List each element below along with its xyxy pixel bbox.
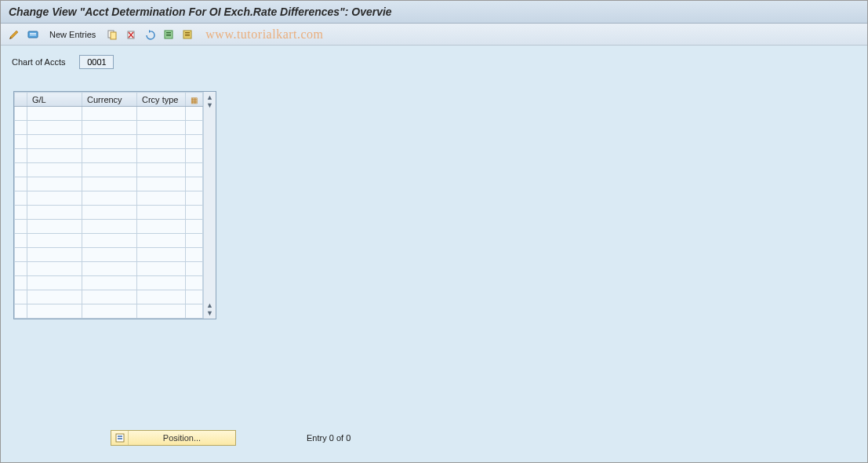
row-selector[interactable] [15,163,27,177]
row-selector[interactable] [15,262,27,276]
scroll-up-bottom-icon[interactable]: ▲ [206,301,213,309]
table-row [15,206,203,220]
cell-ctype[interactable] [137,177,186,191]
toolbar: New Entries www.tutorialkart.com [1,24,867,46]
cell-currency[interactable] [82,206,137,220]
row-selector[interactable] [15,220,27,234]
undo-icon[interactable] [143,27,157,42]
cell-ctype[interactable] [137,121,186,135]
scroll-up-icon[interactable]: ▲ [206,93,213,101]
deselect-all-icon[interactable] [180,27,194,42]
watermark-text: www.tutorialkart.com [205,27,323,42]
cell-currency[interactable] [82,177,137,191]
table-row [15,304,203,319]
row-selector[interactable] [15,206,27,220]
svg-rect-11 [166,35,171,36]
copy-icon[interactable] [105,27,119,42]
cell-ctype[interactable] [137,163,186,177]
row-selector[interactable] [15,177,27,191]
cell-gl[interactable] [27,290,82,304]
row-selector[interactable] [15,135,27,149]
svg-rect-17 [118,436,122,437]
cell-currency[interactable] [82,121,137,135]
chart-of-accts-value[interactable]: 0001 [79,55,114,69]
cell-currency[interactable] [82,135,137,149]
column-header-gl[interactable]: G/L [27,93,82,107]
cell-currency[interactable] [82,262,137,276]
row-selector[interactable] [15,149,27,163]
column-header-crcy-type[interactable]: Crcy type [137,93,186,107]
column-header-currency[interactable]: Currency [82,93,137,107]
table-row [15,276,203,290]
svg-rect-18 [118,438,122,439]
chart-of-accts-label: Chart of Accts [12,57,65,67]
cell-gl[interactable] [27,304,82,319]
cell-ctype[interactable] [137,135,186,149]
cell-currency[interactable] [82,234,137,248]
cell-currency[interactable] [82,191,137,206]
cell-currency[interactable] [82,276,137,290]
row-selector[interactable] [15,248,27,262]
cell-currency[interactable] [82,149,137,163]
position-icon [111,431,129,445]
configure-columns-button[interactable]: ▦ [186,93,203,107]
row-selector[interactable] [15,121,27,135]
cell-gl[interactable] [27,276,82,290]
vertical-scrollbar[interactable]: ▲ ▼ ▲ ▼ [203,92,216,319]
row-selector[interactable] [15,290,27,304]
cell-ctype[interactable] [137,206,186,220]
cell-gl[interactable] [27,135,82,149]
delete-icon[interactable] [124,27,138,42]
cell-padding [186,248,203,262]
cell-gl[interactable] [27,248,82,262]
select-all-rows-header[interactable] [15,93,27,107]
select-all-icon[interactable] [162,27,176,42]
cell-gl[interactable] [27,149,82,163]
cell-currency[interactable] [82,220,137,234]
cell-gl[interactable] [27,177,82,191]
new-entries-button[interactable]: New Entries [45,28,100,41]
cell-ctype[interactable] [137,248,186,262]
cell-ctype[interactable] [137,107,186,121]
cell-ctype[interactable] [137,149,186,163]
cell-gl[interactable] [27,107,82,121]
content-area: Chart of Accts 0001 G/L Currency Crcy ty… [1,46,867,463]
cell-gl[interactable] [27,220,82,234]
cell-gl[interactable] [27,206,82,220]
scroll-down-icon[interactable]: ▼ [206,101,213,109]
cell-currency[interactable] [82,248,137,262]
cell-ctype[interactable] [137,290,186,304]
cell-currency[interactable] [82,290,137,304]
toggle-display-change-icon[interactable] [7,27,21,42]
cell-gl[interactable] [27,262,82,276]
cell-ctype[interactable] [137,234,186,248]
cell-ctype[interactable] [137,304,186,319]
table-row [15,107,203,121]
position-button[interactable]: Position... [111,430,236,446]
page-title: Change View "Acct Determination For OI E… [1,1,867,24]
cell-currency[interactable] [82,107,137,121]
cell-ctype[interactable] [137,191,186,206]
cell-gl[interactable] [27,234,82,248]
cell-gl[interactable] [27,191,82,206]
data-grid: G/L Currency Crcy type ▦ ▲ ▼ ▲ ▼ [13,91,216,319]
cell-ctype[interactable] [137,220,186,234]
row-selector[interactable] [15,304,27,319]
cell-padding [186,276,203,290]
select-view-icon[interactable] [26,27,40,42]
row-selector[interactable] [15,234,27,248]
row-selector[interactable] [15,276,27,290]
chart-of-accts-row: Chart of Accts 0001 [12,55,856,69]
cell-currency[interactable] [82,304,137,319]
row-selector[interactable] [15,191,27,206]
scroll-down-bottom-icon[interactable]: ▼ [206,309,213,317]
cell-ctype[interactable] [137,262,186,276]
cell-padding [186,135,203,149]
cell-ctype[interactable] [137,276,186,290]
svg-rect-10 [166,34,171,35]
row-selector[interactable] [15,107,27,121]
cell-gl[interactable] [27,163,82,177]
cell-padding [186,163,203,177]
cell-currency[interactable] [82,163,137,177]
cell-gl[interactable] [27,121,82,135]
